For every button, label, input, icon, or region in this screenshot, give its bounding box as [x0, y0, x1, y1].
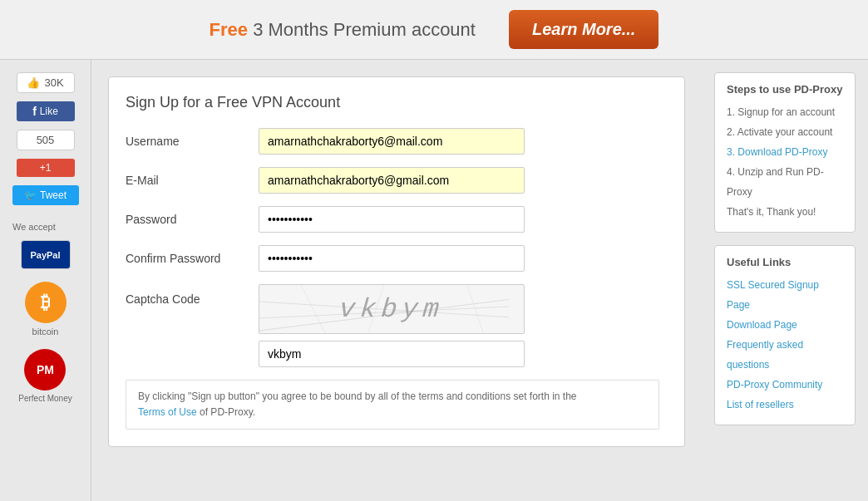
svg-line-5 — [467, 285, 484, 334]
learn-more-button[interactable]: Learn More... — [509, 10, 658, 49]
link-faq[interactable]: Frequently asked questions — [727, 335, 843, 375]
facebook-like-button[interactable]: f Like — [17, 101, 75, 121]
email-label: E-Mail — [126, 174, 259, 187]
steps-title: Steps to use PD-Proxy — [727, 83, 843, 96]
username-label: Username — [126, 135, 259, 148]
useful-links-list: SSL Secured Signup Page Download Page Fr… — [727, 275, 843, 415]
terms-suffix: of PD-Proxy. — [200, 406, 255, 418]
username-input[interactable] — [259, 128, 525, 155]
step-1: 1. Signup for an account — [727, 102, 843, 122]
confirm-password-row: Confirm Password — [126, 245, 659, 272]
terms-link[interactable]: Terms of Use — [138, 406, 197, 418]
captcha-row: Captcha Code vkbym — [126, 284, 659, 367]
steps-box: Steps to use PD-Proxy 1. Signup for an a… — [714, 72, 856, 233]
content-area: Sign Up for a Free VPN Account Username … — [91, 60, 702, 501]
right-sidebar: Steps to use PD-Proxy 1. Signup for an a… — [702, 60, 868, 501]
gplus-count: 505 — [37, 134, 55, 146]
password-row: Password — [126, 206, 659, 233]
bitcoin-icon: ₿ — [25, 282, 67, 323]
username-row: Username — [126, 128, 659, 155]
useful-links-box: Useful Links SSL Secured Signup Page Dow… — [714, 245, 856, 425]
free-label: Free — [210, 19, 248, 40]
captcha-display-text: vkbym — [338, 294, 445, 325]
bitcoin-payment-group: ₿ bitcoin — [25, 278, 67, 336]
link-community[interactable]: PD-Proxy Community — [727, 375, 843, 395]
tweet-button[interactable]: 🐦 Tweet — [12, 185, 79, 205]
confirm-password-label: Confirm Password — [126, 252, 259, 265]
gplus-button[interactable]: +1 — [17, 159, 75, 177]
step-2: 2. Activate your account — [727, 122, 843, 142]
link-resellers[interactable]: List of resellers — [727, 395, 843, 415]
link-download[interactable]: Download Page — [727, 315, 843, 335]
like-count: 30K — [44, 76, 63, 89]
captcha-label: Captcha Code — [126, 292, 259, 306]
captcha-image: vkbym — [259, 284, 525, 334]
gplus-count-box: 505 — [17, 130, 75, 150]
perfect-money-payment-group: PM Perfect Money — [18, 345, 72, 403]
step-3[interactable]: 3. Download PD-Proxy — [727, 142, 843, 162]
password-input[interactable] — [259, 206, 525, 233]
paypal-icon: PayPal — [21, 240, 71, 269]
thumbs-up-icon: 👍 — [27, 76, 40, 89]
we-accept-label: We accept — [8, 222, 56, 232]
terms-text: By clicking "Sign up button" you agree t… — [138, 390, 577, 402]
useful-links-title: Useful Links — [727, 256, 843, 268]
perfect-money-icon: PM — [24, 349, 66, 390]
perfect-money-label: Perfect Money — [18, 394, 72, 403]
top-banner: Free 3 Months Premium account Learn More… — [0, 0, 868, 60]
terms-box: By clicking "Sign up button" you agree t… — [126, 380, 659, 430]
like-count-box: 👍 30K — [17, 72, 75, 93]
email-input[interactable] — [259, 167, 525, 194]
captcha-group: vkbym — [259, 284, 525, 367]
signup-title: Sign Up for a Free VPN Account — [126, 94, 659, 111]
bitcoin-label: bitcoin — [32, 327, 59, 336]
paypal-payment-group: PayPal — [21, 240, 71, 269]
confirm-password-input[interactable] — [259, 245, 525, 272]
left-sidebar: 👍 30K f Like 505 +1 🐦 Tweet We accept Pa… — [0, 60, 91, 501]
step-thanks: That's it, Thank you! — [727, 202, 843, 222]
main-layout: 👍 30K f Like 505 +1 🐦 Tweet We accept Pa… — [0, 60, 868, 501]
link-ssl[interactable]: SSL Secured Signup Page — [727, 275, 843, 315]
step-4: 4. Unzip and Run PD-Proxy — [727, 162, 843, 202]
steps-list: 1. Signup for an account 2. Activate you… — [727, 102, 843, 222]
signup-card: Sign Up for a Free VPN Account Username … — [108, 76, 685, 447]
twitter-bird-icon: 🐦 — [24, 189, 37, 201]
banner-tagline: Free 3 Months Premium account — [210, 19, 476, 41]
svg-line-3 — [301, 285, 326, 334]
password-label: Password — [126, 213, 259, 226]
email-row: E-Mail — [126, 167, 659, 194]
captcha-input[interactable] — [259, 341, 525, 367]
facebook-f-icon: f — [32, 105, 37, 118]
